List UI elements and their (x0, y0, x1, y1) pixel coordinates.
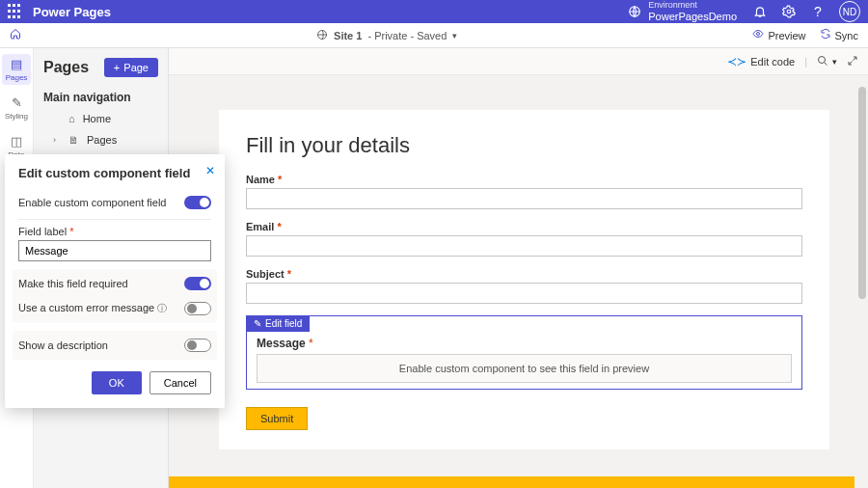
plus-icon: + (114, 62, 120, 73)
subject-input[interactable] (246, 283, 802, 304)
waffle-icon[interactable] (8, 4, 23, 19)
vscode-icon: ≺≻ (727, 55, 746, 68)
page-icon: 🗎 (68, 134, 79, 146)
data-icon: ◫ (11, 134, 22, 149)
rail-pages-label: Pages (6, 73, 28, 82)
home-icon[interactable] (10, 28, 21, 42)
name-input[interactable] (246, 188, 802, 209)
environment-picker[interactable]: Environment PowerPagesDemo (648, 1, 737, 22)
chevron-down-icon: ▾ (452, 31, 457, 41)
zoom-button[interactable]: ▾ (817, 55, 837, 68)
edit-code-label: Edit code (750, 56, 795, 68)
eye-icon (752, 28, 764, 42)
modal-title: Edit custom component field (18, 166, 211, 180)
message-preview-placeholder: Enable custom component to see this fiel… (257, 354, 792, 383)
breadcrumb[interactable]: Site 1 - Private - Saved ▾ (21, 29, 752, 42)
site-name: Site 1 (334, 30, 362, 41)
custom-error-label: Use a custom error messageⓘ (18, 302, 167, 315)
edit-code-button[interactable]: ≺≻ Edit code (727, 55, 795, 68)
nav-item-home[interactable]: ⌂ Home (34, 108, 168, 129)
cancel-button[interactable]: Cancel (149, 371, 211, 394)
edit-field-button[interactable]: ✎ Edit field (246, 315, 310, 332)
pages-icon: ▤ (11, 57, 22, 71)
subject-label: Subject * (246, 268, 802, 280)
field-label-input[interactable] (18, 240, 211, 261)
env-name: PowerPagesDemo (648, 11, 737, 22)
ok-button[interactable]: OK (92, 371, 142, 394)
environment-icon (627, 4, 642, 19)
home-icon: ⌂ (68, 113, 75, 124)
sync-button[interactable]: Sync (820, 28, 858, 42)
edit-field-label: Edit field (265, 318, 302, 329)
preview-label: Preview (768, 30, 805, 41)
enable-toggle[interactable] (184, 196, 211, 209)
show-desc-toggle[interactable] (184, 339, 211, 352)
svg-point-1 (787, 10, 791, 14)
info-icon[interactable]: ⓘ (157, 303, 167, 313)
sync-label: Sync (835, 30, 858, 41)
add-page-button[interactable]: + Page (104, 58, 158, 77)
show-desc-label: Show a description (18, 339, 108, 351)
expand-icon (847, 55, 858, 68)
message-field-block[interactable]: ✎ Edit field Message * Enable custom com… (246, 315, 802, 390)
svg-point-3 (757, 33, 760, 36)
chevron-right-icon: › (53, 135, 61, 145)
svg-point-4 (819, 56, 826, 63)
required-label: Make this field required (18, 278, 128, 289)
site-status: - Private - Saved (367, 30, 447, 41)
email-input[interactable] (246, 235, 802, 257)
edit-component-modal: ✕ Edit custom component field Enable cus… (5, 154, 225, 408)
page-title: Fill in your details (246, 133, 802, 158)
rail-styling-label: Styling (5, 112, 28, 121)
field-label-caption: Field label * (18, 226, 211, 237)
email-label: Email * (246, 221, 802, 232)
brand: Power Pages (33, 5, 111, 19)
expand-button[interactable] (847, 55, 858, 68)
name-label: Name * (246, 174, 802, 185)
preview-button[interactable]: Preview (752, 28, 805, 42)
close-icon[interactable]: ✕ (205, 164, 215, 177)
env-label: Environment (648, 1, 737, 11)
add-page-label: Page (123, 62, 149, 73)
scrollbar[interactable] (858, 87, 866, 299)
required-toggle[interactable] (184, 277, 211, 290)
nav-item-pages[interactable]: › 🗎 Pages (34, 129, 168, 150)
pencil-icon: ✎ (254, 318, 261, 329)
avatar[interactable]: ND (839, 1, 860, 22)
globe-icon (316, 29, 328, 42)
gear-icon[interactable] (781, 4, 797, 19)
footer-accent (169, 476, 854, 488)
rail-pages[interactable]: ▤ Pages (2, 54, 31, 85)
help-icon[interactable]: ? (810, 4, 826, 19)
nav-section-title: Main navigation (34, 83, 168, 108)
rail-styling[interactable]: ✎ Styling (2, 93, 31, 123)
enable-label: Enable custom component field (18, 197, 166, 208)
custom-error-toggle[interactable] (184, 302, 211, 315)
nav-home-label: Home (83, 113, 111, 124)
magnifier-icon (817, 55, 828, 68)
submit-button[interactable]: Submit (246, 407, 308, 430)
nav-pages-label: Pages (87, 134, 117, 146)
sync-icon (820, 28, 831, 42)
message-label: Message * (257, 337, 313, 350)
sidebar-title: Pages (43, 59, 89, 76)
chevron-down-icon: ▾ (832, 57, 837, 67)
styling-icon: ✎ (12, 95, 22, 110)
bell-icon[interactable] (752, 4, 768, 19)
